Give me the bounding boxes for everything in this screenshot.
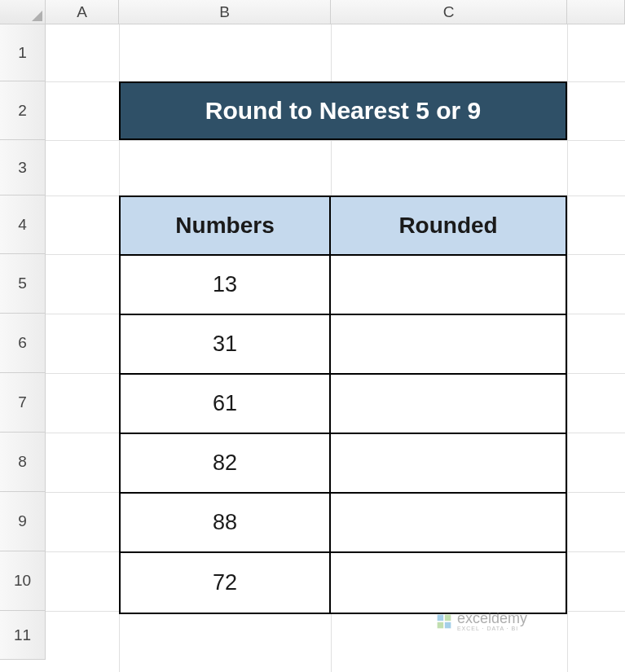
title-banner: Round to Nearest 5 or 9 xyxy=(119,81,567,140)
col-header-C[interactable]: C xyxy=(331,0,567,24)
row-header-5[interactable]: 5 xyxy=(0,254,46,314)
cell-rounded[interactable] xyxy=(331,434,566,494)
row-header-1[interactable]: 1 xyxy=(0,24,46,81)
table-row: 72 xyxy=(121,553,566,613)
select-all-corner[interactable] xyxy=(0,0,46,24)
row-header-10[interactable]: 10 xyxy=(0,551,46,611)
cell-number[interactable]: 13 xyxy=(121,256,331,315)
row-header-11[interactable]: 11 xyxy=(0,611,46,660)
row-headers: 1 2 3 4 5 6 7 8 9 10 11 xyxy=(0,24,46,672)
data-table: Numbers Rounded 13 31 61 82 xyxy=(119,195,567,614)
watermark-sub: EXCEL · DATA · BI xyxy=(457,626,527,631)
row-header-6[interactable]: 6 xyxy=(0,314,46,373)
cell-number[interactable]: 31 xyxy=(121,315,331,375)
header-numbers[interactable]: Numbers xyxy=(121,197,331,256)
table-row: 31 xyxy=(121,315,566,375)
column-headers: A B C xyxy=(0,0,625,24)
row-header-7[interactable]: 7 xyxy=(0,373,46,433)
col-header-A[interactable]: A xyxy=(46,0,119,24)
table-row: 88 xyxy=(121,494,566,553)
cell-rounded[interactable] xyxy=(331,315,566,375)
logo-icon xyxy=(436,613,452,630)
row-header-9[interactable]: 9 xyxy=(0,492,46,551)
cell-number[interactable]: 61 xyxy=(121,375,331,434)
svg-rect-2 xyxy=(438,621,444,628)
row-header-4[interactable]: 4 xyxy=(0,195,46,254)
cell-rounded[interactable] xyxy=(331,494,566,553)
title-text: Round to Nearest 5 or 9 xyxy=(205,97,481,125)
table-row: 13 xyxy=(121,256,566,315)
svg-rect-3 xyxy=(445,621,451,628)
col-header-B[interactable]: B xyxy=(119,0,331,24)
row-header-8[interactable]: 8 xyxy=(0,433,46,492)
spreadsheet: A B C 1 2 3 4 5 6 7 8 9 10 11 xyxy=(0,0,625,672)
table-row: 61 xyxy=(121,375,566,434)
row-header-3[interactable]: 3 xyxy=(0,140,46,195)
watermark-main: exceldemy xyxy=(457,611,527,626)
cell-rounded[interactable] xyxy=(331,553,566,613)
table-row: 82 xyxy=(121,434,566,494)
svg-rect-1 xyxy=(445,614,451,621)
col-header-rest xyxy=(567,0,625,24)
cell-number[interactable]: 82 xyxy=(121,434,331,494)
cell-rounded[interactable] xyxy=(331,256,566,315)
table-header-row: Numbers Rounded xyxy=(121,197,566,256)
watermark: exceldemy EXCEL · DATA · BI xyxy=(436,611,527,631)
watermark-text: exceldemy EXCEL · DATA · BI xyxy=(457,611,527,631)
cell-number[interactable]: 88 xyxy=(121,494,331,553)
cells-area[interactable]: Round to Nearest 5 or 9 Numbers Rounded … xyxy=(46,24,625,672)
cell-number[interactable]: 72 xyxy=(121,553,331,613)
header-rounded[interactable]: Rounded xyxy=(331,197,566,256)
svg-rect-0 xyxy=(438,614,444,621)
row-header-2[interactable]: 2 xyxy=(0,81,46,140)
cell-rounded[interactable] xyxy=(331,375,566,434)
